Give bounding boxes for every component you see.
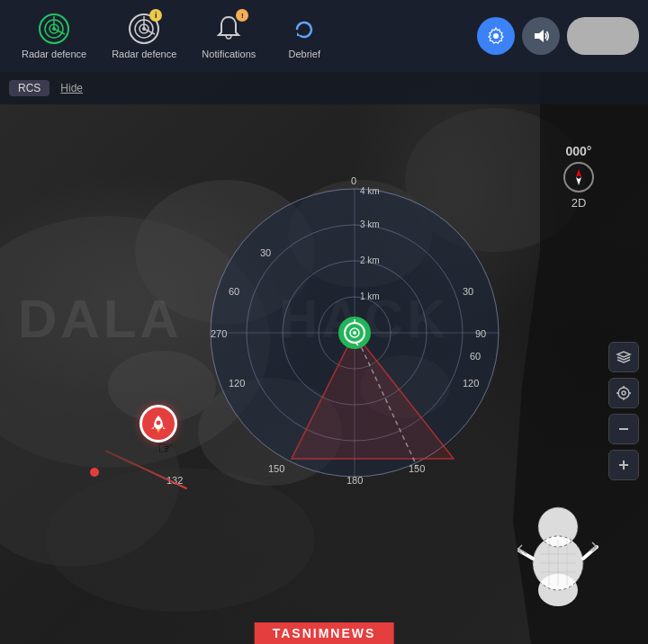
top-navigation: Radar defence i Radar defence ! Notifica (0, 0, 648, 72)
svg-marker-55 (576, 169, 581, 177)
svg-text:2 km: 2 km (360, 255, 380, 265)
right-controls (608, 342, 639, 480)
svg-text:90: 90 (475, 328, 486, 339)
compass-2d-label: 2D (572, 196, 587, 210)
svg-point-57 (618, 388, 629, 398)
nav-right-controls (477, 17, 639, 55)
nav-item-notifications[interactable]: ! Notifications (189, 5, 268, 67)
svg-text:30: 30 (260, 247, 271, 258)
nav-label-radar-1: Radar defence (22, 49, 86, 59)
svg-point-13 (493, 33, 499, 39)
radar-display: 1 km 2 km 3 km 4 km 0 30 60 90 120 150 1… (202, 180, 508, 486)
svg-text:150: 150 (409, 463, 425, 474)
notification-badge: ! (236, 9, 248, 22)
bell-icon: ! (212, 13, 245, 45)
cursor-icon: ☞ (158, 437, 174, 459)
svg-text:180: 180 (346, 475, 363, 486)
map-top-bar: RCS Hide (0, 72, 648, 104)
svg-text:30: 30 (463, 286, 473, 297)
svg-point-58 (622, 391, 626, 395)
compass-degrees: 000° (566, 144, 592, 158)
radar-green-icon (38, 13, 70, 45)
target-button[interactable] (608, 378, 639, 408)
svg-text:120: 120 (229, 378, 245, 389)
refresh-icon (288, 13, 320, 45)
radar-white-icon: i (128, 13, 160, 45)
nav-item-radar-defence-2[interactable]: i Radar defence (99, 5, 189, 67)
svg-text:120: 120 (463, 378, 479, 389)
svg-text:270: 270 (211, 328, 227, 339)
zoom-in-button[interactable] (608, 450, 639, 480)
svg-marker-56 (576, 177, 581, 185)
svg-text:150: 150 (268, 463, 284, 474)
compass: 000° 2D (563, 144, 594, 210)
svg-marker-14 (535, 30, 544, 42)
svg-text:60: 60 (470, 351, 481, 362)
settings-button[interactable] (477, 17, 515, 55)
nav-item-radar-defence-1[interactable]: Radar defence (9, 5, 99, 67)
missile-dot (90, 468, 99, 477)
mascot-figure (518, 500, 598, 608)
svg-text:60: 60 (229, 286, 239, 297)
hide-button[interactable]: Hide (60, 82, 83, 94)
svg-text:3 km: 3 km (360, 219, 380, 229)
nav-label-radar-2: Radar defence (112, 49, 176, 59)
rcs-badge: RCS (9, 80, 50, 96)
svg-text:0: 0 (351, 175, 356, 186)
zoom-out-button[interactable] (608, 414, 639, 444)
layers-button[interactable] (608, 342, 639, 372)
svg-point-35 (353, 331, 356, 335)
map-area: RCS Hide DALA HACK (0, 72, 648, 644)
profile-area[interactable] (567, 17, 639, 55)
svg-text:4 km: 4 km (360, 186, 380, 196)
compass-circle (563, 162, 594, 192)
svg-marker-12 (297, 32, 301, 36)
nav-item-debrief[interactable]: Debrief (268, 5, 340, 67)
svg-point-54 (157, 421, 161, 425)
svg-text:1 km: 1 km (360, 291, 380, 301)
bottom-watermark-banner: TASNIMNEWS (255, 622, 394, 644)
nav-label-notifications: Notifications (202, 49, 256, 59)
nav-label-debrief: Debrief (289, 49, 320, 59)
volume-button[interactable] (522, 17, 560, 55)
